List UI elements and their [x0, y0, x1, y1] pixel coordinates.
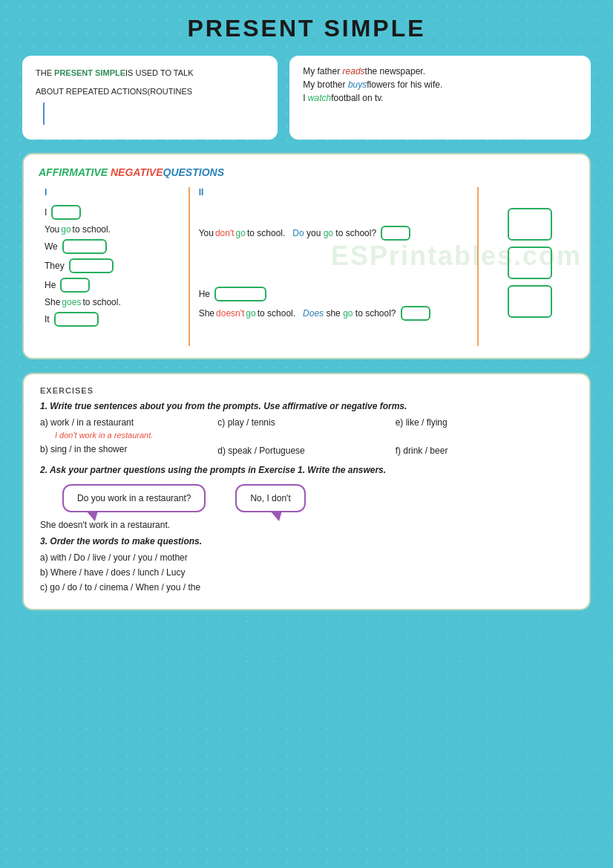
item-c-text: play / tennis [228, 417, 275, 428]
exercise-item-b: b) sing / in the shower [40, 444, 217, 454]
text-to-school-neg: to school. [247, 228, 285, 238]
neg-row-he: He [199, 287, 468, 301]
pronoun-i: I [45, 207, 47, 218]
title-negative: NEGA [111, 166, 140, 178]
bracket-i [51, 205, 81, 220]
page-title: PRESENT SIMPLE [22, 15, 591, 42]
item-d-label: d) [217, 446, 226, 456]
bracket-they [69, 258, 114, 273]
exercise-item-a: a) work / in a restaurant [40, 417, 217, 428]
grammar-col-affirmative: I I Yougoto school. We They He Shegoesto… [39, 187, 186, 346]
verb-goes-she: goes [62, 297, 81, 307]
example-2: My brother buysflowers for his wife. [303, 79, 577, 90]
exercise-2-instruction: 2. Ask your partner questions using the … [40, 465, 573, 475]
intro-divider [43, 102, 45, 125]
examples-card: My father readsthe newspaper. My brother… [289, 56, 591, 140]
exercise-col-a: a) work / in a restaurant I don't work i… [40, 417, 217, 459]
intro-line1-end: IS USED TO TALK [125, 68, 194, 77]
exercise-item-c: c) play / tennis [217, 417, 395, 428]
verb-go-she-quest: go [341, 308, 353, 319]
neg-she: She [199, 308, 214, 319]
top-row: THE PRESENT SIMPLEIS USED TO TALK ABOUT … [22, 56, 591, 140]
verb-dont: don't [215, 228, 235, 238]
neg-he: He [199, 289, 210, 299]
exercises-label: EXERCISES [40, 386, 573, 395]
item-b-label: b) [40, 444, 48, 454]
quest-does: Does she go to school? [303, 308, 396, 319]
verb-go-neg: go [236, 228, 246, 238]
pronoun-they: They [45, 261, 65, 271]
neg-row-it [199, 325, 468, 342]
bracket-he [60, 278, 90, 293]
bubble-answer: No, I don't [235, 484, 305, 512]
col1-header: I [45, 187, 180, 198]
exercise-3a: a) with / Do / live / your / you / mothe… [40, 552, 573, 563]
item-e-text: like / flying [406, 417, 448, 428]
exercise-item-d: d) speak / Portuguese [217, 446, 395, 456]
verb-buys: buys [348, 79, 367, 90]
pronoun-she: She [45, 297, 60, 307]
grammar-row-it: It [45, 312, 180, 327]
exercise-col-e: e) like / flying f) drink / beer [396, 417, 573, 459]
exercise-1-instruction: 1. Write true sentences about you from t… [40, 401, 573, 411]
grammar-row-i: I [45, 205, 180, 220]
grammar-row-we: We [45, 239, 180, 254]
verb-go-she-neg: go [246, 308, 255, 319]
answer-bracket-2 [508, 247, 552, 279]
intro-highlight: PRESENT SIMPLE [54, 68, 125, 77]
item-f-text: drink / beer [403, 446, 448, 456]
answer-bracket-1 [508, 208, 552, 241]
exercise-item-e: e) like / flying [396, 417, 573, 428]
speech-bubbles: Do you work in a restaurant? No, I don't [62, 484, 573, 512]
example-1: My father readsthe newspaper. [303, 66, 577, 76]
verb-does-quest: Does [303, 308, 324, 319]
text-to-school-she: to school. [82, 297, 120, 307]
grammar-columns: I I Yougoto school. We They He Shegoesto… [39, 187, 574, 346]
grammar-row-she: Shegoesto school. [45, 297, 180, 307]
title-affirmative: AFFIRMATIVE [39, 166, 111, 178]
item-c-label: c) [217, 417, 225, 428]
title-tive: TIVE [140, 166, 163, 178]
neg-row-she: Shedoesn't go to school. Does she go to … [199, 306, 468, 321]
neg-you: You [199, 228, 214, 238]
exercise-1-items: a) work / in a restaurant I don't work i… [40, 417, 573, 459]
text-to-school-she-neg: to school. [258, 308, 295, 319]
exercises-card: EXERCISES 1. Write true sentences about … [22, 373, 591, 610]
grammar-title: AFFIRMATIVE NEGATIVEQUESTIONS [39, 166, 574, 178]
bracket-neg-he [214, 287, 266, 301]
item-d-text: speak / Portuguese [228, 446, 304, 456]
pronoun-it: It [45, 314, 50, 324]
answer-line: She doesn't work in a restaurant. [40, 520, 573, 530]
item-b-text: sing / in the shower [50, 444, 127, 454]
title-questions: QUESTIONS [163, 166, 224, 178]
column-divider-2 [477, 187, 479, 346]
neg-row-you: Youdon'tgoto school. Do you go to school… [199, 226, 468, 241]
bracket-it [54, 312, 99, 327]
neg-row-blank [199, 205, 468, 221]
bracket-quest-she [401, 306, 430, 321]
item-a-text: work / in a restaurant [50, 417, 134, 428]
grammar-row-he: He [45, 278, 180, 293]
grammar-row-they: They [45, 258, 180, 273]
grammar-col-negative: II Youdon'tgoto school. Do you go to sch… [193, 187, 474, 346]
pronoun-he: He [45, 280, 56, 290]
exercise-item-f: f) drink / beer [396, 446, 573, 456]
bracket-we [62, 239, 107, 254]
exercise-3-instruction: 3. Order the words to make questions. [40, 536, 573, 546]
quest-do: Do you go to school? [292, 228, 376, 238]
grammar-card: AFFIRMATIVE NEGATIVEQUESTIONS I I Yougot… [22, 153, 591, 359]
bracket-quest-you [381, 226, 410, 241]
neg-row-we [199, 245, 468, 261]
neg-row-they [199, 266, 468, 282]
pronoun-we: We [45, 241, 58, 252]
col2-header: II [199, 187, 468, 198]
intro-card: THE PRESENT SIMPLEIS USED TO TALK ABOUT … [22, 56, 278, 140]
grammar-col-answers [482, 187, 574, 346]
item-a-label: a) [40, 417, 48, 428]
text-to-school-you: to school. [73, 224, 111, 235]
verb-watch: watch [308, 93, 331, 103]
verb-doesnt: doesn't [216, 308, 244, 319]
bubble-question: Do you work in a restaurant? [62, 484, 206, 512]
intro-text: THE PRESENT SIMPLEIS USED TO TALK [36, 66, 264, 80]
example-3: I watchfootball on tv. [303, 93, 577, 103]
